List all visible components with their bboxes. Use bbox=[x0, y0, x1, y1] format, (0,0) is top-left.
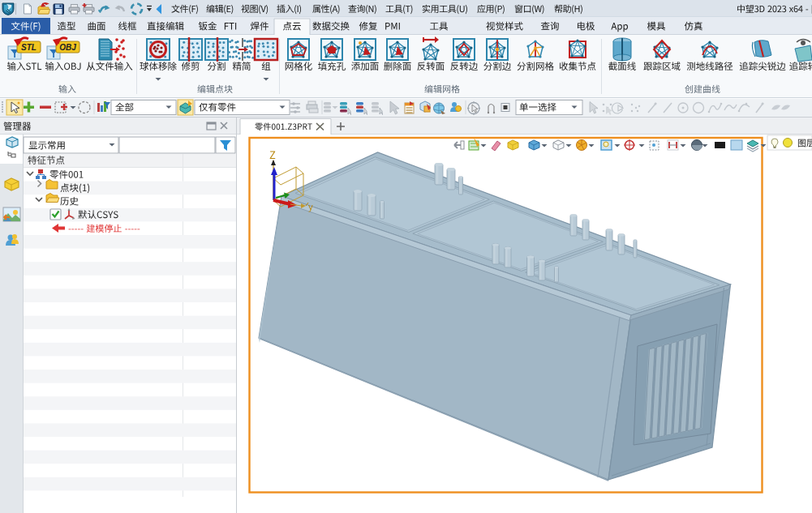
svg-text:STL: STL bbox=[21, 43, 37, 52]
svg-text:OBJ: OBJ bbox=[59, 43, 76, 52]
